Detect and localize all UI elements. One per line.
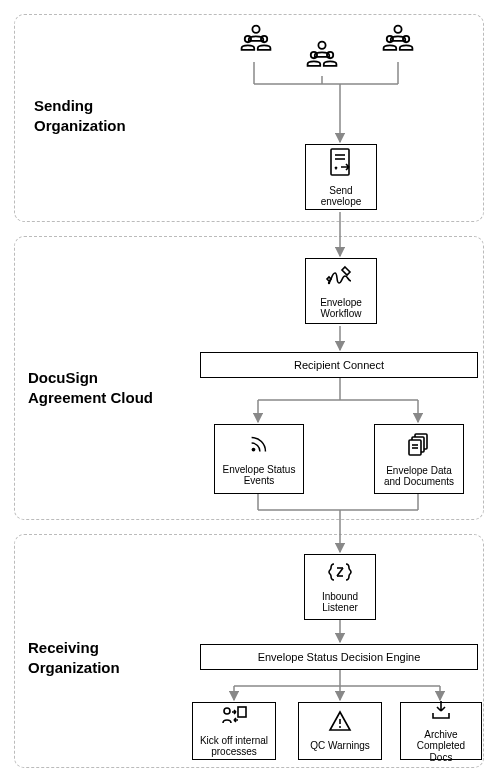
sending-label: Sending Organization <box>34 96 164 135</box>
node-decision-engine: Envelope Status Decision Engine <box>200 644 478 670</box>
node-label: Envelope Workflow <box>312 297 371 320</box>
svg-line-41 <box>337 568 343 576</box>
node-send-envelope: Send envelope <box>305 144 377 210</box>
svg-point-23 <box>261 36 267 42</box>
receiving-label: Receiving Organization <box>28 638 158 677</box>
node-label: QC Warnings <box>310 740 370 752</box>
svg-point-27 <box>394 26 401 33</box>
document-arrow-icon <box>327 147 355 181</box>
svg-point-22 <box>245 36 251 42</box>
diagram-canvas: Sending Organization DocuSign Agreement … <box>0 0 500 783</box>
process-transfer-icon <box>220 705 248 731</box>
svg-point-24 <box>318 42 325 49</box>
svg-point-21 <box>252 26 259 33</box>
node-label: Archive Completed Docs <box>407 729 475 764</box>
node-label: Envelope Status Events <box>221 464 297 487</box>
svg-point-46 <box>339 726 341 728</box>
svg-point-33 <box>328 281 330 283</box>
users-icon <box>238 22 274 62</box>
node-data-docs: Envelope Data and Documents <box>374 424 464 494</box>
node-label: Envelope Data and Documents <box>381 465 457 488</box>
download-archive-icon <box>430 699 452 725</box>
node-recipient-connect: Recipient Connect <box>200 352 478 378</box>
svg-point-29 <box>403 36 409 42</box>
users-icon <box>380 22 416 62</box>
code-braces-icon <box>326 561 354 587</box>
svg-point-25 <box>311 52 317 58</box>
node-label: Envelope Status Decision Engine <box>258 651 421 663</box>
node-envelope-workflow: Envelope Workflow <box>305 258 377 324</box>
svg-point-26 <box>327 52 333 58</box>
signature-icon <box>325 263 357 293</box>
node-label: Inbound Listener <box>311 591 370 614</box>
node-kickoff: Kick off internal processes <box>192 702 276 760</box>
broadcast-icon <box>246 432 272 460</box>
svg-point-28 <box>387 36 393 42</box>
svg-point-34 <box>252 447 256 451</box>
node-qc-warnings: QC Warnings <box>298 702 382 760</box>
warning-triangle-icon <box>328 710 352 736</box>
node-status-events: Envelope Status Events <box>214 424 304 494</box>
node-label: Recipient Connect <box>294 359 384 371</box>
documents-stack-icon <box>406 431 432 461</box>
svg-point-43 <box>224 708 230 714</box>
node-inbound-listener: Inbound Listener <box>304 554 376 620</box>
node-label: Kick off internal processes <box>199 735 269 758</box>
svg-rect-44 <box>238 707 246 717</box>
node-label: Send envelope <box>312 185 371 208</box>
svg-rect-30 <box>331 149 349 175</box>
users-icon <box>304 38 340 78</box>
node-archive: Archive Completed Docs <box>400 702 482 760</box>
cloud-label: DocuSign Agreement Cloud <box>28 368 158 407</box>
